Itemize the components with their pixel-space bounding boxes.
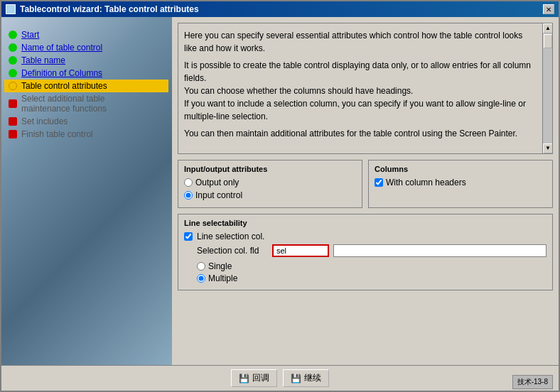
nav-icon-table-name — [9, 56, 17, 65]
nav-label-definition-of-columns: Definition of Columns — [21, 68, 102, 78]
multiple-radio[interactable] — [197, 274, 205, 283]
nav-label-start: Start — [21, 30, 39, 40]
nav-icon-select-additional — [9, 99, 17, 108]
content-area: StartName of table controlTable nameDefi… — [1, 17, 559, 365]
footer-extra: 技术-13-8 — [512, 375, 553, 389]
nav-label-table-control-attributes: Table control attributes — [21, 81, 107, 91]
main-panel: Here you can specify several essential a… — [172, 17, 559, 365]
back-label: 回调 — [252, 372, 269, 384]
window-title: Tablecontrol wizard: Table control attri… — [20, 4, 199, 14]
scroll-track — [543, 33, 552, 143]
nav-icon-name-of-table-control — [9, 43, 17, 52]
nav-label-finish-table-control: Finish table control — [21, 129, 93, 139]
output-only-radio[interactable] — [184, 178, 193, 187]
sidebar: StartName of table controlTable nameDefi… — [1, 17, 172, 365]
input-output-label: Input/output attributes — [184, 165, 356, 173]
line-selection-col-label: Line selection col. — [197, 232, 264, 241]
description-para2: It is possible to create the table contr… — [184, 59, 535, 123]
description-para1: Here you can specify several essential a… — [184, 29, 535, 55]
description-scrollbar[interactable]: ▲ ▼ — [542, 23, 552, 153]
continue-button[interactable]: 💾 继续 — [283, 369, 329, 387]
nav-label-table-name: Table name — [21, 55, 65, 65]
sidebar-item-table-name[interactable]: Table name — [4, 54, 168, 67]
selection-col-fld-label: Selection col. fld — [197, 246, 268, 256]
main-window: Tablecontrol wizard: Table control attri… — [0, 0, 560, 392]
line-selectability-label: Line selectability — [184, 219, 546, 227]
continue-label: 继续 — [304, 372, 321, 384]
sidebar-item-set-includes: Set includes — [4, 115, 168, 128]
sidebar-item-start[interactable]: Start — [4, 28, 168, 41]
selection-col-fld-input[interactable] — [272, 244, 329, 257]
continue-icon: 💾 — [291, 374, 301, 383]
nav-label-name-of-table-control: Name of table control — [21, 43, 102, 53]
selection-col-fld-ext — [333, 244, 546, 257]
title-bar: Tablecontrol wizard: Table control attri… — [1, 1, 559, 17]
title-bar-left: Tablecontrol wizard: Table control attri… — [6, 4, 199, 14]
scroll-thumb[interactable] — [544, 34, 552, 48]
input-control-radio[interactable] — [184, 191, 193, 200]
multiple-radio-row: Multiple — [184, 273, 546, 283]
selection-col-fld-row: Selection col. fld — [184, 244, 546, 257]
columns-label: Columns — [375, 165, 546, 173]
window-icon — [6, 4, 16, 14]
input-output-group: Input/output attributes Output only Inpu… — [178, 160, 362, 208]
sidebar-nav: StartName of table controlTable nameDefi… — [1, 23, 171, 146]
attrs-row: Input/output attributes Output only Inpu… — [178, 160, 553, 208]
columns-group: Columns With column headers — [368, 160, 553, 208]
with-column-headers-label: With column headers — [386, 178, 466, 187]
line-selection-col-row: Line selection col. — [184, 232, 546, 241]
bottom-toolbar: 💾 回调 💾 继续 技术-13-8 — [1, 365, 559, 391]
nav-icon-start — [9, 31, 17, 39]
back-icon: 💾 — [239, 374, 249, 383]
sidebar-item-name-of-table-control[interactable]: Name of table control — [4, 41, 168, 54]
back-button[interactable]: 💾 回调 — [231, 369, 277, 387]
line-selection-col-checkbox[interactable] — [184, 232, 193, 241]
input-control-label: Input control — [195, 190, 242, 200]
input-control-row: Input control — [184, 190, 356, 200]
sidebar-item-table-control-attributes[interactable]: Table control attributes — [4, 80, 168, 92]
single-radio[interactable] — [197, 262, 205, 271]
output-only-label: Output only — [195, 178, 239, 187]
nav-label-select-additional: Select additional table maintenance func… — [21, 94, 107, 114]
multiple-label: Multiple — [208, 273, 237, 283]
nav-icon-finish-table-control — [9, 130, 17, 138]
scroll-down-button[interactable]: ▼ — [543, 143, 553, 153]
scroll-up-button[interactable]: ▲ — [543, 23, 553, 33]
nav-icon-definition-of-columns — [9, 69, 17, 77]
sidebar-item-select-additional: Select additional table maintenance func… — [4, 92, 168, 115]
line-selectability-group: Line selectability Line selection col. S… — [178, 214, 553, 290]
nav-label-set-includes: Set includes — [21, 116, 68, 126]
description-para3: You can then maintain additional attribu… — [184, 127, 535, 140]
sidebar-item-definition-of-columns[interactable]: Definition of Columns — [4, 67, 168, 80]
with-column-headers-row: With column headers — [375, 178, 546, 187]
single-radio-row: Single — [184, 261, 546, 271]
nav-icon-set-includes — [9, 117, 17, 126]
output-only-row: Output only — [184, 178, 356, 187]
nav-icon-table-control-attributes — [9, 82, 17, 90]
sidebar-item-finish-table-control: Finish table control — [4, 128, 168, 141]
close-button[interactable]: ✕ — [543, 4, 554, 14]
single-label: Single — [208, 261, 232, 271]
description-box: Here you can specify several essential a… — [178, 23, 553, 154]
with-column-headers-checkbox[interactable] — [375, 178, 383, 187]
